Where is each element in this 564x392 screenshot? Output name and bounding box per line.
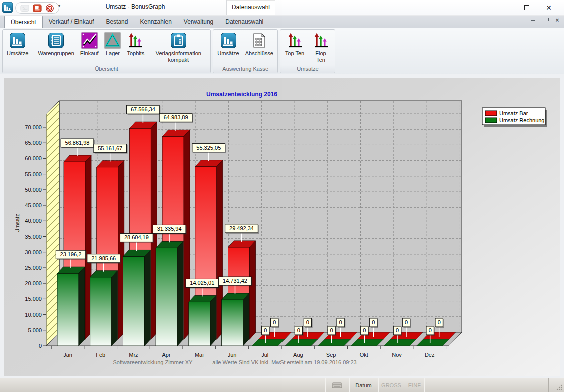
bar-front-face <box>90 277 112 346</box>
label-text: 21.985,66 <box>91 255 116 261</box>
chart-footnote: erstellt am 19.09.2016 09:23 <box>287 359 356 365</box>
ribbon-button-label: Einkauf <box>80 50 99 57</box>
label-text: 29.492,34 <box>229 225 254 231</box>
label-text: 55.161,67 <box>98 145 122 151</box>
window-title: Umsatz - BonusGraph <box>80 3 190 10</box>
y-tick-label: 5.000 <box>28 327 42 333</box>
x-category-label: Aug <box>293 352 303 358</box>
ribbon-button-umsätze[interactable]: Umsätze <box>214 31 242 66</box>
ribbon-button-abschlüsse[interactable]: Abschlüsse <box>242 31 276 66</box>
close-document-button[interactable] <box>45 4 55 13</box>
notebook-icon <box>48 32 64 49</box>
label-text: 0 <box>363 327 366 333</box>
label-text: 23.196,2 <box>60 251 82 257</box>
mdi-close-button[interactable]: × <box>554 17 561 24</box>
tab-datenauswahl[interactable]: Datenauswahl <box>219 16 269 28</box>
y-tick-label: 40.000 <box>25 218 42 224</box>
bar-chart-icon <box>220 32 237 49</box>
picture-icon <box>20 4 29 12</box>
keyboard-icon <box>332 381 342 389</box>
label-text: 14.025,01 <box>190 280 214 286</box>
x-category-label: Jan <box>63 352 72 358</box>
label-text: 0 <box>330 327 333 333</box>
legend-swatch <box>485 111 497 116</box>
zigzag-chart-icon <box>81 32 98 49</box>
ribbon-button-label: Tophits <box>127 50 144 57</box>
quick-access-toolbar <box>15 2 59 14</box>
mdi-restore-button[interactable] <box>542 17 549 24</box>
mdi-close-icon: × <box>555 17 559 23</box>
tab-verkauf-einkauf[interactable]: Verkauf / Einkauf <box>43 16 100 28</box>
ribbon-button-warengruppen[interactable]: Warengruppen <box>35 31 77 66</box>
x-category-label: Sep <box>326 352 336 358</box>
triangle-icon <box>104 32 121 49</box>
ribbon-button-top-ten[interactable]: Top Ten <box>281 31 308 66</box>
label-text: 0 <box>264 327 267 333</box>
legend-swatch <box>485 118 497 123</box>
status-bar: DatumGROSSEINF <box>0 378 564 392</box>
label-text: 56.861,98 <box>65 140 90 146</box>
ribbon-button-lager[interactable]: Lager <box>101 31 124 66</box>
status-empty-panel <box>424 378 548 392</box>
tab-übersicht[interactable]: Übersicht <box>4 16 43 28</box>
x-category-label: Dez <box>425 352 435 358</box>
ribbon-button-flop-ten[interactable]: Flop Ten <box>308 31 334 66</box>
red-device-icon <box>33 4 42 12</box>
ribbon-button-umsätze[interactable]: Umsätze <box>4 31 31 66</box>
ribbon-button-label: Verlagsinformation kompakt <box>150 50 206 63</box>
ribbon-separator <box>33 32 33 64</box>
picture-button[interactable] <box>20 4 30 13</box>
arrows-up-icon <box>287 32 303 49</box>
bar-side-face <box>250 241 256 339</box>
y-tick-label: 35.000 <box>25 234 42 240</box>
x-category-label: Jul <box>261 352 268 358</box>
minimize-button[interactable] <box>494 0 516 15</box>
label-text: 0 <box>273 319 276 325</box>
qat-overflow-button[interactable]: ▾ <box>56 4 62 8</box>
y-axis-title: Umsatz <box>14 214 20 232</box>
ribbon-group-label: Auswertung Kasse <box>213 65 277 73</box>
ribbon-button-tophits[interactable]: Tophits <box>124 31 147 66</box>
ribbon-tab-bar: ÜbersichtVerkauf / EinkaufBestandKennzah… <box>0 15 564 28</box>
mdi-window-controls: × <box>530 17 561 24</box>
maximize-button[interactable] <box>516 0 538 15</box>
export-button[interactable] <box>32 4 42 13</box>
bar-side-face <box>112 271 118 346</box>
tab-kennzahlen[interactable]: Kennzahlen <box>134 16 177 28</box>
bar-side-face <box>144 250 150 346</box>
status-datum-panel: Datum <box>349 378 378 392</box>
y-tick-label: 65.000 <box>25 140 42 146</box>
contextual-tab-header: Datenauswahl <box>226 0 275 15</box>
ribbon-group-1: UmsätzeAbschlüsseAuswertung Kasse <box>213 29 278 73</box>
bar-chart-icon <box>2 2 13 13</box>
ribbon-button-einkauf[interactable]: Einkauf <box>77 31 102 66</box>
app-icon <box>2 2 13 13</box>
ribbon-group-2: Top TenFlop TenUmsätze <box>280 29 335 73</box>
label-text: 14.731,42 <box>223 278 247 284</box>
y-tick-label: 70.000 <box>25 124 42 130</box>
y-tick-label: 55.000 <box>25 171 42 177</box>
resize-grip[interactable] <box>548 378 564 392</box>
label-text: 67.566,34 <box>131 106 155 112</box>
mdi-minimize-button[interactable] <box>530 17 537 24</box>
mdi-restore-icon <box>544 19 547 22</box>
ribbon-group-label: Übersicht <box>3 65 210 73</box>
ribbon-button-label: Abschlüsse <box>245 50 273 57</box>
chart-footnote: Softwareentwicklung Zimmer XY <box>113 359 193 365</box>
legend-label: Umsatz Bar <box>499 110 528 116</box>
legend-label: Umsatz Rechnung <box>499 117 545 123</box>
mdi-minimize-icon <box>531 20 535 21</box>
x-category-label: Mrz <box>129 352 138 358</box>
label-text: 0 <box>396 327 399 333</box>
bar-side-face <box>243 293 249 346</box>
label-text: 28.604,19 <box>124 234 149 240</box>
close-icon: ✕ <box>546 4 552 11</box>
ribbon-button-label: Umsätze <box>7 50 28 57</box>
tab-bestand[interactable]: Bestand <box>100 16 134 28</box>
ribbon-button-verlagsinformation-kompakt[interactable]: Verlagsinformation kompakt <box>147 31 209 66</box>
y-tick-label: 20.000 <box>25 280 42 286</box>
minimize-icon <box>502 8 508 8</box>
ribbon-button-label: Top Ten <box>285 50 305 57</box>
tab-verwaltung[interactable]: Verwaltung <box>178 16 219 28</box>
close-button[interactable]: ✕ <box>538 0 560 15</box>
